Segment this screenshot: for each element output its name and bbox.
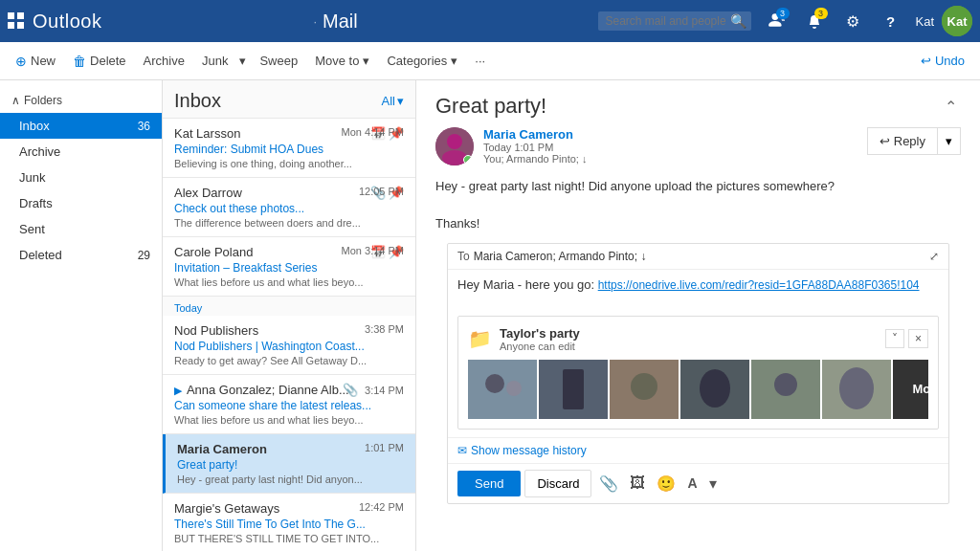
reply-dropdown-button[interactable]: ▾ — [938, 127, 961, 155]
reply-label: Reply — [894, 134, 925, 148]
topbar-icons: 3 3 ⚙ ? Kat Kat — [759, 4, 973, 38]
photo-thumb[interactable] — [539, 360, 608, 419]
undo-label: Undo — [935, 54, 965, 68]
svg-point-7 — [447, 134, 462, 149]
expand-compose-icon[interactable]: ⤢ — [929, 250, 939, 263]
send-button[interactable]: Send — [457, 471, 521, 496]
discard-button[interactable]: Discard — [524, 470, 591, 497]
svg-point-15 — [631, 373, 657, 400]
font-tool-icon[interactable]: A — [683, 472, 701, 495]
sidebar-folders-header[interactable]: ∧ Folders — [0, 88, 162, 113]
sweep-label: Sweep — [259, 54, 298, 68]
emoji-tool-icon[interactable]: 🙂 — [653, 471, 679, 496]
compose-body-row[interactable]: Hey Maria - here you go: https://onedriv… — [448, 270, 948, 308]
reply-btn-area: ↩ Reply ▾ — [867, 127, 961, 155]
photo-thumb[interactable] — [822, 360, 891, 419]
more-photos-button[interactable]: More — [893, 360, 928, 419]
attachment-chevron-button[interactable]: ˅ — [885, 329, 904, 348]
sender-name: Kat Larsson — [174, 126, 240, 141]
email-list: Inbox All ▾ Kat Larsson 📅 📌 Mon 4:14 PM … — [163, 80, 416, 551]
sidebar-item-sent[interactable]: Sent — [0, 216, 162, 242]
email-subject: Can someone share the latest releas... — [174, 399, 404, 412]
email-time: 1:01 PM — [365, 442, 404, 453]
sidebar-item-junk[interactable]: Junk — [0, 165, 162, 190]
send-label: Send — [475, 476, 503, 491]
app-title: Outlook — [33, 11, 307, 33]
photo-thumb[interactable] — [751, 360, 820, 419]
photo-thumb[interactable] — [610, 360, 679, 419]
undo-button[interactable]: ↩ Undo — [913, 50, 972, 72]
to-label: To — [457, 250, 470, 263]
archive-button[interactable]: Archive — [136, 50, 192, 72]
email-subject: Invitation – Breakfast Series — [174, 261, 404, 275]
email-preview: BUT THERE'S STILL TIME TO GET INTO... — [174, 533, 404, 544]
sender-time: Today 1:01 PM — [483, 142, 867, 153]
email-subject: Nod Publishers | Washington Coast... — [174, 340, 404, 353]
search-input[interactable] — [606, 14, 730, 28]
delete-button[interactable]: 🗑 Delete — [65, 50, 134, 73]
attachment-close-button[interactable]: × — [908, 329, 928, 348]
sidebar-item-drafts[interactable]: Drafts — [0, 190, 162, 216]
email-list-filter[interactable]: All ▾ — [382, 94, 404, 108]
email-item[interactable]: Kat Larsson 📅 📌 Mon 4:14 PM Reminder: Su… — [163, 119, 415, 178]
photo-thumb[interactable] — [468, 360, 537, 419]
move-to-label: Move to — [315, 54, 359, 68]
compose-area: To Maria Cameron; Armando Pinto; ↓ ⤢ Hey… — [447, 243, 949, 504]
reply-button[interactable]: ↩ Reply — [867, 127, 938, 155]
user-name-label: Kat — [916, 14, 935, 29]
people-icon-btn[interactable]: 3 — [759, 4, 793, 38]
sidebar-item-deleted[interactable]: Deleted 29 — [0, 242, 162, 268]
junk-dropdown[interactable]: ▾ — [237, 50, 250, 72]
archive-label: Archive — [19, 144, 150, 159]
email-preview: Ready to get away? See All Getaway D... — [174, 355, 404, 366]
junk-button[interactable]: Junk — [194, 50, 235, 72]
email-item[interactable]: Alex Darrow 📎 📌 12:05 PM Check out these… — [163, 178, 415, 237]
sender-name: Maria Cameron — [177, 442, 267, 456]
deleted-label: Deleted — [19, 248, 138, 262]
new-button[interactable]: ⊕ New — [8, 50, 63, 73]
email-content-header: Great party! ⌃ — [416, 80, 980, 127]
attachment-tool-icon[interactable]: 📎 — [595, 471, 622, 496]
show-history-button[interactable]: ✉ Show message history — [448, 437, 948, 463]
move-to-button[interactable]: Move to ▾ — [307, 50, 377, 72]
image-tool-icon[interactable]: 🖼 — [626, 471, 649, 496]
sidebar-item-archive[interactable]: Archive — [0, 139, 162, 165]
email-item[interactable]: Margie's Getaways 12:42 PM There's Still… — [163, 494, 415, 551]
collapse-button[interactable]: ⌃ — [941, 94, 961, 120]
sender-name: Margie's Getaways — [174, 501, 279, 516]
folders-chevron: ∧ — [11, 94, 20, 107]
help-icon-btn[interactable]: ? — [874, 4, 908, 38]
svg-point-17 — [700, 369, 730, 408]
settings-icon-btn[interactable]: ⚙ — [835, 4, 870, 38]
inbox-count: 36 — [138, 120, 150, 133]
categories-label: Categories — [387, 54, 447, 68]
sidebar-item-inbox[interactable]: Inbox 36 — [0, 113, 162, 139]
plus-icon: ⊕ — [15, 54, 27, 69]
email-time: 3:38 PM — [365, 323, 404, 335]
archive-label: Archive — [144, 54, 185, 68]
section-today-label: Today — [163, 297, 415, 316]
user-avatar[interactable]: Kat — [942, 6, 972, 36]
bell-icon-btn[interactable]: 3 — [797, 4, 832, 38]
more-tools-chevron[interactable]: ▾ — [705, 471, 721, 496]
email-item[interactable]: Carole Poland 📅 📌 Mon 3:14 PM Invitation… — [163, 237, 415, 297]
attachment-header: 📁 Taylor's party Anyone can edit ˅ × — [468, 326, 928, 352]
svg-text:Kat: Kat — [947, 14, 969, 29]
app-type: Mail — [323, 11, 597, 33]
categories-button[interactable]: Categories ▾ — [379, 50, 465, 72]
onedrive-link[interactable]: https://onedrive.live.com/redir?resid=1G… — [598, 278, 920, 292]
app-grid-icon[interactable] — [8, 12, 25, 30]
sent-label: Sent — [19, 222, 150, 236]
attachment-info: Taylor's party Anyone can edit — [500, 326, 580, 352]
search-icon[interactable]: 🔍 — [730, 13, 746, 29]
email-item[interactable]: Maria Cameron 1:01 PM Great party! Hey -… — [163, 434, 415, 494]
email-subject: Reminder: Submit HOA Dues — [174, 143, 404, 156]
svg-point-10 — [485, 374, 504, 393]
email-time: 3:14 PM — [365, 385, 404, 396]
email-item[interactable]: ▶ Anna Gonzalez; Dianne Alb... 📎 3:14 PM… — [163, 375, 415, 434]
sweep-button[interactable]: Sweep — [252, 50, 305, 72]
forward-arrow-icon: ▶ — [174, 385, 182, 396]
more-options-button[interactable]: ··· — [467, 50, 493, 72]
photo-thumb[interactable] — [680, 360, 749, 419]
email-item[interactable]: Nod Publishers 3:38 PM Nod Publishers | … — [163, 316, 415, 375]
